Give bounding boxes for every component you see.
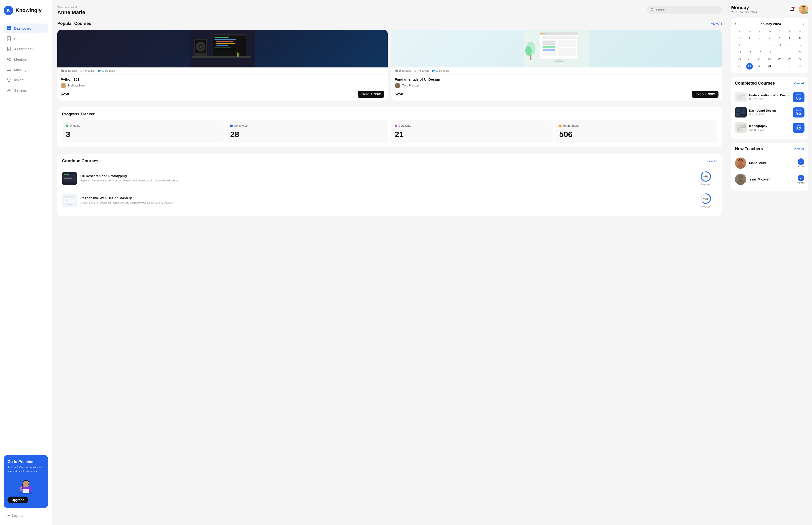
cal-day-12[interactable]: 12 (785, 42, 794, 48)
user-avatar[interactable] (799, 5, 808, 14)
sidebar-item-settings[interactable]: Settings (4, 86, 48, 95)
cal-day-16[interactable]: 16 (755, 49, 764, 55)
completed-info-dashboard: Dashboard Design Nov 11, 2023 (749, 109, 791, 116)
svg-rect-73 (64, 196, 75, 198)
notification-dot (793, 6, 795, 9)
completed-item-dashboard: Dashboard Design Nov 11, 2023 Score 95 (735, 105, 805, 120)
bulb-icon (6, 77, 11, 82)
calendar-header: ‹ January 2024 › (735, 21, 805, 26)
cal-day-13[interactable]: 13 (795, 42, 805, 48)
cal-day-30[interactable]: 30 (755, 63, 764, 70)
svg-rect-77 (67, 204, 72, 205)
bookmark-icon (6, 36, 11, 41)
date-info: Monday 29th January, 2024 (731, 5, 757, 14)
python-instructor-row: Melissa Brown (61, 83, 384, 88)
sidebar-item-insight[interactable]: Insight (4, 75, 48, 85)
cal-day-1[interactable]: 1 (745, 35, 754, 41)
cal-day-23[interactable]: 23 (755, 56, 764, 62)
cal-day-2[interactable]: 2 (755, 35, 764, 41)
users-icon (6, 57, 11, 62)
svg-rect-3 (9, 28, 11, 30)
cal-day-1-next[interactable]: 1 (775, 63, 784, 70)
cal-day-20[interactable]: 20 (795, 49, 805, 55)
sidebar-item-dashboard[interactable]: Dashboard (4, 24, 48, 33)
calendar-prev-button[interactable]: ‹ (735, 21, 736, 26)
python-enroll-button[interactable]: ENROLL NOW (357, 91, 384, 98)
completed-courses-section: Completed Courses View All Understanding… (731, 77, 808, 139)
logout-button[interactable]: Log out (4, 512, 48, 519)
python-instructor-avatar (61, 83, 66, 88)
cal-day-14[interactable]: 14 (735, 49, 744, 55)
svg-point-40 (62, 86, 65, 88)
teachers-view-all[interactable]: View All (794, 147, 805, 151)
svg-rect-67 (64, 177, 71, 177)
cal-day-9[interactable]: 9 (755, 42, 764, 48)
day-label: Monday (731, 5, 757, 10)
continue-courses-view-all[interactable]: View All (706, 159, 717, 163)
svg-point-56 (525, 46, 532, 56)
sidebar-item-courses[interactable]: Courses (4, 34, 48, 43)
course-image-python (57, 30, 388, 68)
svg-rect-31 (216, 43, 235, 44)
cal-day-31-prev[interactable]: 31 (735, 35, 744, 41)
search-bar[interactable] (647, 6, 722, 14)
svg-rect-90 (741, 108, 746, 110)
cal-day-3-next[interactable]: 3 (795, 63, 805, 70)
cal-day-25[interactable]: 25 (775, 56, 784, 62)
calendar-next-button[interactable]: › (803, 21, 805, 26)
gear-icon (6, 88, 11, 93)
web-chevron-icon[interactable]: › (716, 198, 717, 202)
completed-ux-title: Understanding UX in Design (749, 93, 791, 97)
cal-day-15[interactable]: 15 (745, 49, 754, 55)
cal-day-6[interactable]: 6 (795, 35, 805, 41)
notification-button[interactable] (788, 5, 796, 14)
completed-view-all[interactable]: View All (794, 81, 805, 85)
completed-item-iconography: Iconography Oct 15, 2023 Score 82 (735, 120, 805, 135)
cal-day-31[interactable]: 31 (765, 63, 775, 70)
cal-day-7[interactable]: 7 (735, 42, 744, 48)
cal-day-2-next[interactable]: 2 (785, 63, 794, 70)
svg-rect-49 (557, 40, 576, 47)
cal-day-29-today[interactable]: 29 (746, 63, 753, 70)
cal-day-18[interactable]: 18 (775, 49, 784, 55)
sidebar-item-mentors[interactable]: Mentors (4, 55, 48, 64)
ui-instructor-name: Tayo Preston (402, 84, 419, 87)
ui-enroll-button[interactable]: ENROLL NOW (692, 91, 719, 98)
cal-header-m: M (745, 29, 754, 34)
cal-day-21[interactable]: 21 (735, 56, 744, 62)
cal-day-17[interactable]: 17 (765, 49, 775, 55)
settings-label: Settings (14, 88, 27, 92)
upgrade-button[interactable]: Upgrade (7, 497, 28, 504)
completed-thumb-ux (735, 92, 747, 102)
svg-point-100 (738, 160, 743, 164)
cal-header-s2: S (795, 29, 805, 34)
search-input[interactable] (656, 8, 718, 12)
cal-day-27[interactable]: 27 (795, 56, 805, 62)
cal-day-26[interactable]: 26 (785, 56, 794, 62)
cal-day-11[interactable]: 11 (775, 42, 784, 48)
popular-courses-view-all[interactable]: View All (711, 22, 722, 25)
cal-day-4[interactable]: 4 (775, 35, 784, 41)
dashboard-score-value: 95 (795, 111, 802, 116)
python-price: $250 (61, 92, 69, 96)
course-card-python: 📚 15 lessons ⏱ 4hr 30min 👥 50 students P… (57, 30, 388, 101)
svg-rect-50 (557, 48, 576, 56)
cal-day-10[interactable]: 10 (765, 42, 775, 48)
completed-info-iconography: Iconography Oct 15, 2023 (749, 124, 791, 131)
ui-price-row: $250 ENROLL NOW (395, 91, 719, 98)
sidebar-item-assignment[interactable]: Assignment (4, 44, 48, 54)
cal-day-5[interactable]: 5 (785, 35, 794, 41)
cal-day-3[interactable]: 3 (765, 35, 775, 41)
svg-point-13 (8, 90, 10, 91)
cal-day-22[interactable]: 22 (745, 56, 754, 62)
ux-chevron-icon[interactable]: › (716, 176, 717, 180)
web-course-desc: Master the art of designing responsive a… (80, 201, 696, 205)
iconography-score-badge: Score 82 (793, 123, 805, 133)
cal-day-19[interactable]: 19 (785, 49, 794, 55)
sidebar-item-message[interactable]: Message (4, 65, 48, 74)
svg-rect-65 (64, 174, 69, 175)
cal-day-28[interactable]: 28 (735, 63, 744, 70)
issac-verified: ✓ Verified (797, 175, 805, 184)
cal-day-8[interactable]: 8 (745, 42, 754, 48)
cal-day-24[interactable]: 24 (765, 56, 775, 62)
